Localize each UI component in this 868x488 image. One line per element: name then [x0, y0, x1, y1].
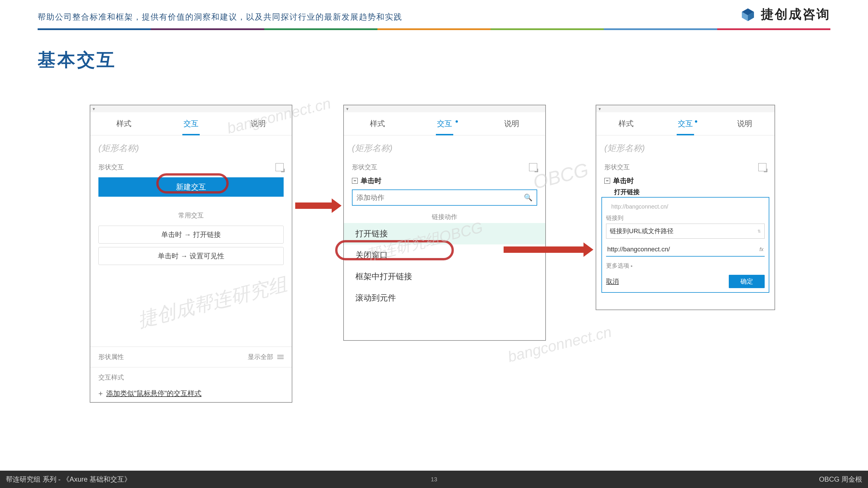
- tab-interaction[interactable]: 交互: [411, 112, 478, 135]
- action-open-in-frame[interactable]: 框架中打开链接: [344, 266, 545, 287]
- tab-style[interactable]: 样式: [90, 112, 157, 135]
- link-target-select[interactable]: 链接到URL或文件路径 ⇅: [606, 224, 765, 239]
- link-target-value: 链接到URL或文件路径: [610, 227, 674, 235]
- show-all-link[interactable]: 显示全部: [248, 353, 273, 361]
- arrow-annotation: [504, 242, 593, 257]
- tab-style[interactable]: 样式: [344, 112, 411, 135]
- popout-icon[interactable]: [758, 163, 767, 171]
- shape-name-input[interactable]: (矩形名称): [90, 135, 292, 157]
- tab-notes[interactable]: 说明: [225, 112, 292, 135]
- add-action-search[interactable]: 🔍: [352, 190, 537, 206]
- chevron-down-icon[interactable]: ▾: [344, 105, 351, 112]
- chevron-down-icon[interactable]: ▾: [90, 105, 97, 112]
- open-link-action[interactable]: 打开链接: [596, 187, 775, 197]
- collapse-icon[interactable]: −: [604, 178, 610, 184]
- footer-right: OBCG 周金根: [819, 475, 862, 484]
- footer: 帮连研究组 系列 - 《Axure 基础和交互》 13 OBCG 周金根: [0, 470, 868, 488]
- tab-style[interactable]: 样式: [596, 112, 656, 135]
- panel-select-action: ▾ 样式 交互 说明 (矩形名称) 形状交互 − 单击时 🔍 链接动作 打开链接…: [343, 105, 546, 341]
- panel-interaction-base: ▾ 样式 交互 说明 (矩形名称) 形状交互 新建交互 常用交互 单击时 → 打…: [90, 105, 292, 403]
- on-click-event[interactable]: 单击时: [613, 176, 634, 186]
- collapse-icon[interactable]: −: [352, 178, 358, 184]
- search-icon: 🔍: [524, 194, 532, 202]
- brand-logo: 捷创成咨询: [741, 6, 830, 23]
- more-options-toggle[interactable]: 更多选项▸: [606, 262, 765, 270]
- common-interact-label: 常用交互: [90, 200, 292, 224]
- panel-configure-link: ▾ 样式 交互 说明 (矩形名称) 形状交互 − 单击时 打开链接 http:/…: [596, 105, 775, 310]
- tab-interaction[interactable]: 交互: [157, 112, 225, 135]
- popout-icon[interactable]: [529, 163, 537, 171]
- plus-icon[interactable]: +: [98, 389, 103, 398]
- new-interaction-label: 新建交互: [176, 183, 206, 191]
- cube-icon: [741, 7, 755, 22]
- preset-set-visibility-button[interactable]: 单击时 → 设置可见性: [98, 247, 284, 265]
- cancel-button[interactable]: 取消: [606, 277, 619, 286]
- shape-props-label: 形状属性: [98, 353, 124, 361]
- on-click-event[interactable]: 单击时: [361, 176, 381, 186]
- triangle-right-icon: ▸: [631, 264, 633, 268]
- divider: [90, 367, 292, 367]
- url-input[interactable]: http://bangconnect.cn/ fx: [606, 243, 765, 257]
- preset-open-link-button[interactable]: 单击时 → 打开链接: [98, 226, 284, 243]
- arrow-annotation: [295, 198, 342, 213]
- shape-interaction-label: 形状交互: [352, 163, 377, 171]
- brand-name: 捷创成咨询: [761, 6, 830, 23]
- shape-name-input[interactable]: (矩形名称): [596, 135, 775, 157]
- divider-rainbow: [38, 28, 830, 30]
- link-config-frame: http://bangconnect.cn/ 链接到 链接到URL或文件路径 ⇅…: [601, 197, 769, 293]
- url-preview: http://bangconnect.cn/: [606, 200, 765, 212]
- slide-title: 基本交互: [38, 48, 116, 72]
- ok-button[interactable]: 确定: [729, 275, 765, 288]
- header-tagline: 帮助公司整合标准和框架，提供有价值的洞察和建议，以及共同探讨行业的最新发展趋势和…: [38, 11, 402, 23]
- action-scroll-to[interactable]: 滚动到元件: [344, 287, 545, 308]
- link-to-label: 链接到: [606, 214, 765, 222]
- page-number: 13: [431, 476, 437, 483]
- url-value: http://bangconnect.cn/: [607, 246, 670, 253]
- new-interaction-button[interactable]: 新建交互: [98, 177, 284, 197]
- action-open-link[interactable]: 打开链接: [344, 223, 545, 245]
- chevron-down-icon[interactable]: ▾: [596, 105, 603, 112]
- shape-name-input[interactable]: (矩形名称): [344, 135, 545, 157]
- panel-tab-strip: ▾: [90, 105, 292, 112]
- chevron-updown-icon: ⇅: [757, 229, 761, 233]
- add-action-input[interactable]: [356, 194, 524, 202]
- popout-icon[interactable]: [276, 163, 284, 171]
- footer-left: 帮连研究组 系列 - 《Axure 基础和交互》: [6, 475, 131, 484]
- divider: [90, 347, 292, 347]
- tab-interaction[interactable]: 交互: [656, 112, 715, 135]
- fx-icon[interactable]: fx: [760, 247, 764, 253]
- hamburger-icon[interactable]: [277, 355, 284, 359]
- shape-interaction-label: 形状交互: [98, 163, 124, 171]
- link-actions-label: 链接动作: [344, 208, 545, 221]
- tab-notes[interactable]: 说明: [715, 112, 775, 135]
- shape-interaction-label: 形状交互: [604, 163, 630, 171]
- interact-style-label: 交互样式: [98, 373, 124, 382]
- add-hover-style-link[interactable]: 添加类似"鼠标悬停"的交互样式: [106, 389, 202, 398]
- tab-notes[interactable]: 说明: [478, 112, 545, 135]
